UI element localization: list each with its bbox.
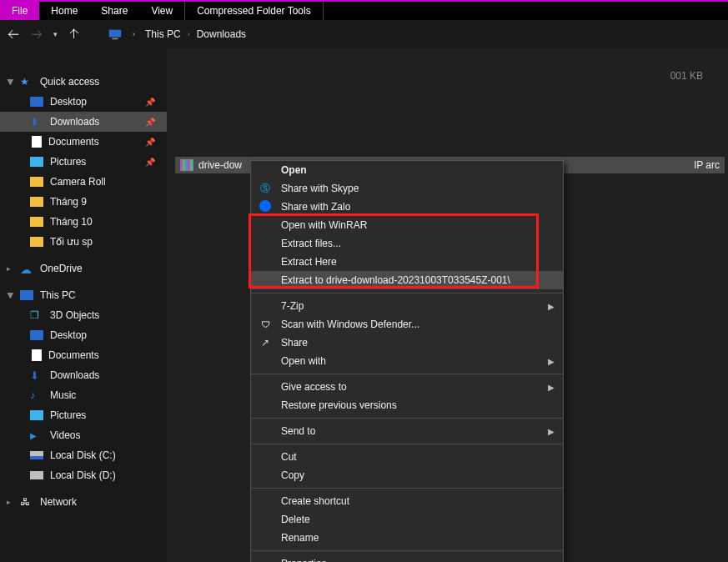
sidebar-item-label: Videos: [50, 429, 80, 441]
submenu-arrow-icon: ▶: [548, 427, 555, 436]
sidebar-thispc-label: This PC: [40, 289, 76, 301]
context-extract-here[interactable]: Extract Here: [251, 253, 563, 271]
context-delete[interactable]: Delete: [251, 510, 563, 529]
folder-icon: [30, 177, 43, 187]
context-open-winrar[interactable]: Open with WinRAR: [251, 216, 563, 234]
pc-icon: [20, 290, 33, 300]
sidebar-item-label: 3D Objects: [50, 309, 99, 321]
sidebar-item-desktop[interactable]: Desktop📌: [0, 92, 167, 112]
context-item-label: Share with Skype: [281, 183, 359, 194]
context-extract-to-folder[interactable]: Extract to drive-download-20231003T03354…: [251, 271, 563, 289]
nav-up-icon[interactable]: 🡡: [68, 28, 81, 41]
sidebar-item-label: Tối ưu sp: [50, 236, 93, 248]
tab-share[interactable]: Share: [89, 2, 139, 20]
sidebar-item-disk-d[interactable]: Local Disk (D:): [0, 465, 167, 485]
rar-archive-icon: [180, 159, 193, 171]
nav-forward-icon: 🡢: [30, 28, 43, 41]
context-item-label: Properties: [281, 558, 327, 562]
context-item-label: Scan with Windows Defender...: [281, 319, 419, 330]
context-cut[interactable]: Cut: [251, 448, 563, 466]
tab-view[interactable]: View: [139, 2, 184, 20]
pin-icon: 📌: [145, 98, 155, 107]
skype-icon: [258, 182, 273, 196]
disk-icon: [30, 451, 43, 459]
nav-back-icon[interactable]: 🡠: [7, 28, 20, 41]
submenu-arrow-icon: ▶: [548, 357, 555, 366]
sidebar-item-label: Tháng 10: [50, 216, 93, 228]
sidebar-item-videos[interactable]: Videos: [0, 425, 167, 445]
sidebar-item-label: Camera Roll: [50, 176, 106, 188]
context-send-to[interactable]: Send to▶: [251, 422, 563, 440]
context-give-access[interactable]: Give access to▶: [251, 378, 563, 396]
breadcrumb-downloads[interactable]: Downloads: [197, 28, 246, 40]
sidebar-item-label: Music: [50, 389, 76, 401]
sidebar-item-label: Pictures: [50, 409, 86, 421]
context-restore-versions[interactable]: Restore previous versions: [251, 396, 563, 414]
folder-icon: [30, 217, 43, 227]
context-item-label: Open with: [281, 355, 326, 367]
sidebar-item-toiuusp[interactable]: Tối ưu sp: [0, 232, 167, 252]
sidebar-onedrive[interactable]: ▸OneDrive: [0, 258, 167, 278]
folder-icon: [30, 237, 43, 247]
context-open[interactable]: Open: [251, 161, 563, 179]
sidebar-network[interactable]: ▸Network: [0, 492, 167, 512]
star-icon: [20, 76, 33, 88]
context-share-zalo[interactable]: Share with Zalo: [251, 198, 563, 216]
context-item-label: Restore previous versions: [281, 399, 397, 411]
pin-icon: 📌: [145, 158, 155, 167]
context-item-label: Rename: [281, 532, 319, 544]
path-root-dropdown-icon[interactable]: ›: [133, 30, 135, 38]
context-item-label: Copy: [281, 469, 304, 481]
svg-rect-1: [112, 38, 118, 40]
tab-file[interactable]: File: [0, 2, 39, 20]
sidebar-item-label: Downloads: [50, 116, 99, 128]
navigation-bar: 🡠 🡢 ▾ 🡡 › This PC › Downloads: [0, 20, 728, 48]
context-properties[interactable]: Properties: [251, 554, 563, 562]
sidebar-item-pc-desktop[interactable]: Desktop: [0, 325, 167, 345]
tab-compressed-tools[interactable]: Compressed Folder Tools: [184, 2, 324, 20]
pictures-icon: [30, 410, 43, 420]
context-defender-scan[interactable]: Scan with Windows Defender...: [251, 315, 563, 334]
context-rename[interactable]: Rename: [251, 529, 563, 547]
context-copy[interactable]: Copy: [251, 466, 563, 484]
sidebar-item-pc-documents[interactable]: Documents: [0, 345, 167, 365]
context-item-label: Share with Zalo: [281, 201, 350, 213]
sidebar-item-thang10[interactable]: Tháng 10: [0, 212, 167, 232]
sidebar-item-disk-c[interactable]: Local Disk (C:): [0, 445, 167, 465]
expand-icon[interactable]: ⯆: [7, 78, 13, 86]
context-7zip[interactable]: 7-Zip▶: [251, 297, 563, 315]
sidebar-item-3dobjects[interactable]: 3D Objects: [0, 305, 167, 325]
sidebar-item-pc-pictures[interactable]: Pictures: [0, 405, 167, 425]
sidebar-item-documents[interactable]: Documents📌: [0, 132, 167, 152]
sidebar-item-pc-downloads[interactable]: Downloads: [0, 365, 167, 385]
sidebar-item-label: Desktop: [50, 96, 87, 108]
nav-history-dropdown-icon[interactable]: ▾: [53, 30, 58, 38]
context-share-skype[interactable]: Share with Skype: [251, 179, 563, 198]
folder-icon: [30, 197, 43, 207]
chevron-right-icon[interactable]: ›: [188, 30, 190, 38]
expand-icon[interactable]: ▸: [7, 264, 13, 273]
context-item-label: Cut: [281, 451, 297, 463]
sidebar-onedrive-label: OneDrive: [40, 263, 83, 274]
documents-icon: [32, 136, 42, 148]
sidebar-item-cameraroll[interactable]: Camera Roll: [0, 172, 167, 192]
context-extract-files[interactable]: Extract files...: [251, 234, 563, 253]
sidebar-this-pc[interactable]: ⯆This PC: [0, 285, 167, 305]
tab-home[interactable]: Home: [39, 2, 89, 20]
sidebar-item-pictures[interactable]: Pictures📌: [0, 152, 167, 172]
sidebar-item-label: Documents: [48, 136, 99, 148]
downloads-icon: [30, 116, 43, 128]
pc-icon: [108, 27, 123, 42]
context-create-shortcut[interactable]: Create shortcut: [251, 492, 563, 510]
sidebar-item-downloads[interactable]: Downloads📌: [0, 112, 167, 132]
context-open-with[interactable]: Open with▶: [251, 352, 563, 370]
sidebar-item-music[interactable]: Music: [0, 385, 167, 405]
expand-icon[interactable]: ⯆: [7, 291, 13, 299]
cloud-icon: [20, 263, 33, 274]
context-share[interactable]: Share: [251, 334, 563, 352]
sidebar-quick-access[interactable]: ⯆ Quick access: [0, 72, 167, 92]
breadcrumb-this-pc[interactable]: This PC: [145, 28, 181, 40]
expand-icon[interactable]: ▸: [7, 498, 13, 506]
sidebar-item-thang9[interactable]: Tháng 9: [0, 192, 167, 212]
submenu-arrow-icon: ▶: [548, 383, 555, 392]
